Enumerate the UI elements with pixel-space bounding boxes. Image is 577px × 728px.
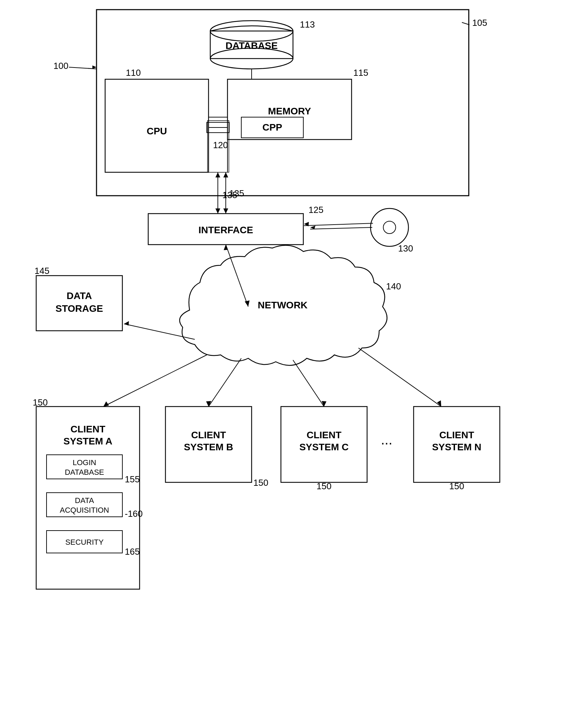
data-storage-label: DATA xyxy=(67,290,92,301)
client-a-label2: SYSTEM A xyxy=(63,436,112,447)
client-c-label2: SYSTEM C xyxy=(299,442,348,452)
ref-100: 100 xyxy=(53,61,68,71)
svg-line-18 xyxy=(310,227,372,229)
svg-marker-43 xyxy=(215,172,220,177)
security-label: SECURITY xyxy=(65,538,104,546)
svg-marker-25 xyxy=(224,245,228,250)
ref-150-b: 150 xyxy=(253,478,268,488)
client-n-label1: CLIENT xyxy=(439,430,474,440)
ref-150-a: 150 xyxy=(33,397,48,408)
ref-155: 155 xyxy=(125,474,140,484)
ellipsis: ... xyxy=(381,432,392,447)
interface-label: INTERFACE xyxy=(199,225,253,235)
memory-label: MEMORY xyxy=(268,106,311,116)
svg-marker-36 xyxy=(437,400,441,407)
ref-165: 165 xyxy=(125,546,140,557)
ref-140: 140 xyxy=(386,281,401,291)
svg-line-29 xyxy=(103,355,207,407)
ref-145: 145 xyxy=(34,266,49,276)
svg-point-17 xyxy=(383,221,396,234)
database-label: DATABASE xyxy=(225,40,277,51)
data-acq-label2: ACQUISITION xyxy=(60,506,109,514)
svg-line-44 xyxy=(304,223,373,226)
diagram-container: 105 100 DATABASE 113 CPU 110 MEMORY 115 … xyxy=(0,0,577,728)
data-acq-label1: DATA xyxy=(75,496,94,505)
ref-113: 113 xyxy=(300,19,315,30)
login-db-label2: DATABASE xyxy=(65,468,104,476)
ref-130: 130 xyxy=(398,243,413,254)
svg-marker-42 xyxy=(215,208,220,214)
client-c-label1: CLIENT xyxy=(306,430,341,440)
ref-160: -160 xyxy=(125,509,143,519)
svg-marker-22 xyxy=(223,172,228,177)
svg-marker-27 xyxy=(124,321,129,326)
ref-115: 115 xyxy=(353,68,368,78)
svg-line-35 xyxy=(358,348,441,407)
client-b-label2: SYSTEM B xyxy=(184,442,233,452)
svg-marker-21 xyxy=(223,208,228,214)
network-label: NETWORK xyxy=(258,300,308,310)
client-n-label2: SYSTEM N xyxy=(432,442,481,452)
ref-150-n: 150 xyxy=(449,481,464,491)
svg-marker-24 xyxy=(245,300,250,307)
svg-marker-19 xyxy=(310,226,315,229)
svg-line-23 xyxy=(226,245,248,307)
client-b-label1: CLIENT xyxy=(191,430,226,440)
login-db-label1: LOGIN xyxy=(73,458,96,467)
svg-line-31 xyxy=(209,358,241,407)
svg-line-26 xyxy=(124,324,195,339)
svg-marker-2 xyxy=(92,65,97,69)
ref-150-c: 150 xyxy=(316,481,331,491)
svg-line-33 xyxy=(293,360,324,407)
cpu-label: CPU xyxy=(146,126,167,136)
cpp-label: CPP xyxy=(262,122,282,133)
data-storage-label2: STORAGE xyxy=(55,303,103,314)
ref-135-label: 135 xyxy=(222,190,237,200)
ref-105: 105 xyxy=(472,18,487,28)
ref-125: 125 xyxy=(308,205,323,215)
client-a-label1: CLIENT xyxy=(70,424,105,434)
svg-point-16 xyxy=(371,208,408,246)
ref-110: 110 xyxy=(126,68,141,78)
ref-120: 120 xyxy=(213,140,228,150)
